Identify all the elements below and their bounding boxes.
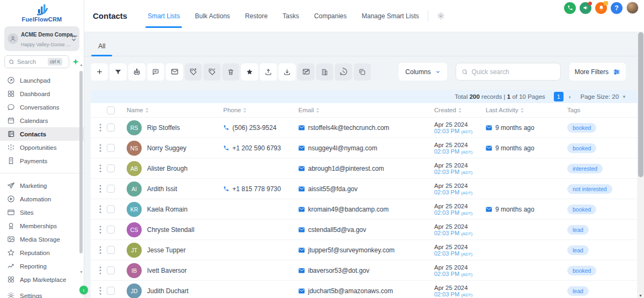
contact-name[interactable]: Judith Duchart — [147, 287, 188, 295]
sidebar-item-settings[interactable]: Settings — [0, 289, 84, 298]
contact-phone[interactable]: +1 202 590 6793 — [223, 144, 298, 152]
sort-icon[interactable] — [145, 107, 149, 113]
sms-button[interactable] — [147, 63, 164, 81]
sidebar-item-memberships[interactable]: Memberships — [0, 219, 84, 232]
contact-email[interactable]: cstendall5d@va.gov — [298, 226, 434, 234]
row-checkbox[interactable] — [107, 266, 115, 274]
sidebar-scrollbar[interactable] — [79, 67, 83, 279]
quick-search-input[interactable] — [472, 68, 547, 76]
sidebar-item-marketing[interactable]: Marketing — [0, 179, 84, 192]
bell-icon[interactable] — [595, 2, 607, 14]
sort-icon[interactable] — [458, 107, 462, 113]
row-checkbox[interactable] — [107, 287, 115, 295]
sidebar-item-contacts[interactable]: Contacts — [0, 127, 84, 141]
table-row[interactable]: RS Rip Stoffels (506) 253-9524 rstoffels… — [91, 118, 637, 138]
tab-companies[interactable]: Companies — [314, 0, 347, 32]
sort-icon[interactable] — [520, 107, 524, 113]
add-contact-button[interactable] — [91, 63, 108, 81]
column-header-created[interactable]: Created — [434, 107, 456, 113]
sidebar-item-reputation[interactable]: Reputation — [0, 246, 84, 259]
row-checkbox[interactable] — [107, 246, 115, 254]
row-checkbox[interactable] — [107, 123, 115, 132]
table-row[interactable]: AI Ardith Issit +1 815 778 9730 aissit55… — [91, 179, 637, 199]
contact-name[interactable]: Ivett Baversor — [147, 267, 187, 274]
tab-manage-smart-lists[interactable]: Manage Smart Lists — [362, 0, 419, 32]
table-row[interactable]: KR Kaela Romain kromain49@bandcamp.com A… — [91, 199, 637, 220]
scroll-down-icon[interactable]: ▼ — [639, 294, 642, 297]
scroll-down-icon[interactable]: ▼ — [79, 270, 83, 274]
row-menu-icon[interactable] — [95, 123, 106, 132]
star-button[interactable] — [241, 63, 258, 81]
contact-email[interactable]: ibaversor53@dot.gov — [298, 267, 434, 274]
sidebar-item-app-marketplace[interactable]: App Marketplace — [0, 273, 84, 286]
column-header-email[interactable]: Email — [298, 107, 314, 113]
tab-smart-lists[interactable]: Smart Lists — [148, 0, 180, 32]
row-checkbox[interactable] — [107, 164, 115, 172]
contact-name[interactable]: Rip Stoffels — [147, 124, 180, 132]
table-row[interactable]: JD Judith Duchart jduchart5b@amazonaws.c… — [91, 281, 637, 298]
row-menu-icon[interactable] — [95, 226, 106, 234]
contact-name[interactable]: Jesse Tupper — [147, 246, 186, 254]
merge-button[interactable] — [354, 63, 371, 81]
page-1-button[interactable]: 1 — [554, 92, 564, 101]
sidebar-item-reporting[interactable]: Reporting — [0, 259, 84, 273]
export-button[interactable] — [260, 63, 277, 81]
column-header-name[interactable]: Name — [127, 107, 143, 113]
contact-email[interactable]: aissit55@fda.gov — [298, 185, 434, 193]
whatsapp-button[interactable] — [335, 63, 352, 81]
row-menu-icon[interactable] — [95, 164, 106, 172]
scrollbar-thumb[interactable] — [638, 32, 643, 177]
contact-name[interactable]: Alister Brough — [147, 165, 187, 172]
delete-button[interactable] — [222, 63, 239, 81]
sidebar-item-sites[interactable]: Sites — [0, 206, 84, 219]
contact-email[interactable]: kromain49@bandcamp.com — [298, 206, 434, 213]
row-menu-icon[interactable] — [95, 205, 106, 213]
contact-email[interactable]: abrough1d@pinterest.com — [298, 165, 434, 172]
quick-search-box[interactable] — [456, 63, 561, 81]
robot-button[interactable] — [128, 63, 145, 81]
remove-tag-button[interactable] — [203, 63, 221, 81]
column-header-phone[interactable]: Phone — [223, 107, 241, 113]
contact-name[interactable]: Kaela Romain — [147, 206, 187, 213]
scroll-up-icon[interactable]: ▲ — [79, 63, 83, 67]
unsubscribe-button[interactable] — [297, 63, 314, 81]
sort-icon[interactable] — [316, 107, 320, 113]
filter-funnel-button[interactable] — [109, 63, 127, 81]
row-checkbox[interactable] — [107, 226, 115, 234]
contact-email[interactable]: jduchart5b@amazonaws.com — [298, 287, 434, 295]
sidebar-item-conversations[interactable]: Conversations — [0, 100, 84, 114]
import-button[interactable] — [279, 63, 296, 81]
gear-icon[interactable] — [437, 12, 445, 20]
account-switcher[interactable]: ACME Demo Compa... Happy Valley-Goose ..… — [4, 26, 79, 51]
sidebar-item-media-storage[interactable]: Media Storage — [0, 232, 84, 246]
sidebar-search-input[interactable]: ctrl K — [4, 55, 69, 68]
tab-all[interactable]: All — [91, 42, 112, 56]
company-button[interactable] — [316, 63, 333, 81]
row-menu-icon[interactable] — [95, 287, 106, 295]
page-scrollbar[interactable]: ▼ — [638, 32, 644, 298]
row-menu-icon[interactable] — [95, 185, 106, 193]
sidebar-item-payments[interactable]: Payments — [0, 154, 84, 168]
table-row[interactable]: IB Ivett Baversor ibaversor53@dot.gov Ap… — [91, 260, 637, 281]
row-checkbox[interactable] — [107, 144, 115, 152]
contact-name[interactable]: Norry Suggey — [147, 144, 186, 152]
user-avatar[interactable] — [626, 2, 639, 14]
sidebar-item-opportunities[interactable]: Opportunities — [0, 141, 84, 154]
page-size-select[interactable]: Page Size: 20 ▼ — [580, 93, 626, 100]
table-row[interactable]: NS Norry Suggey +1 202 590 6793 nsuggey4… — [91, 138, 637, 158]
row-checkbox[interactable] — [107, 205, 115, 213]
chevron-right-icon[interactable]: › — [569, 93, 571, 100]
help-icon[interactable]: ? — [611, 2, 623, 14]
add-tag-button[interactable] — [185, 63, 202, 81]
tab-restore[interactable]: Restore — [245, 0, 268, 32]
select-all-checkbox[interactable] — [107, 106, 115, 114]
more-filters-button[interactable]: More Filters — [569, 63, 626, 81]
sidebar-collapse-button[interactable]: ‹ — [79, 286, 88, 294]
sidebar-item-launchpad[interactable]: Launchpad — [0, 74, 84, 87]
contact-email[interactable]: nsuggey4l@nymag.com — [298, 144, 434, 152]
megaphone-icon[interactable] — [580, 2, 591, 14]
sort-icon[interactable] — [243, 107, 247, 113]
contact-name[interactable]: Ardith Issit — [147, 185, 177, 193]
sidebar-item-calendars[interactable]: Calendars — [0, 114, 84, 127]
contact-email[interactable]: rstoffels4k@techcrunch.com — [298, 124, 434, 132]
